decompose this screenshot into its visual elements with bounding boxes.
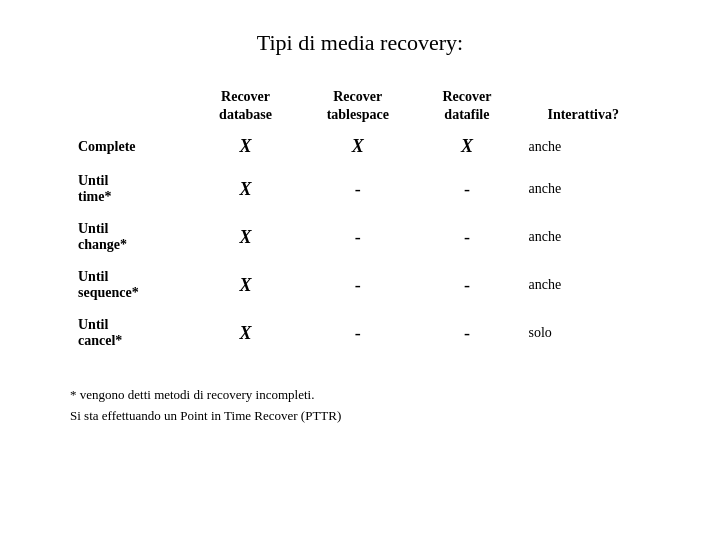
cell-recover_df: - bbox=[417, 309, 516, 357]
cell-recover_ts: X bbox=[298, 128, 417, 165]
table-row: Until sequence*X--anche bbox=[70, 261, 650, 309]
col-header-recover-db: Recover database bbox=[193, 84, 298, 128]
table-row: Until change*X--anche bbox=[70, 213, 650, 261]
row-label: Until sequence* bbox=[70, 261, 193, 309]
cell-recover_df: - bbox=[417, 261, 516, 309]
cell-recover_ts: - bbox=[298, 309, 417, 357]
recovery-table: Recover database Recover tablespace Reco… bbox=[70, 84, 650, 357]
col-header-recover-ts: Recover tablespace bbox=[298, 84, 417, 128]
cell-recover_df: - bbox=[417, 213, 516, 261]
page-title: Tipi di media recovery: bbox=[257, 30, 463, 56]
cell-interattiva: anche bbox=[516, 261, 650, 309]
cell-recover_db: X bbox=[193, 165, 298, 213]
row-label: Until time* bbox=[70, 165, 193, 213]
table-row: Until cancel*X--solo bbox=[70, 309, 650, 357]
cell-interattiva: anche bbox=[516, 213, 650, 261]
cell-recover_df: X bbox=[417, 128, 516, 165]
cell-interattiva: anche bbox=[516, 128, 650, 165]
table-container: Recover database Recover tablespace Reco… bbox=[70, 84, 650, 357]
row-label: Until change* bbox=[70, 213, 193, 261]
table-row: CompleteXXXanche bbox=[70, 128, 650, 165]
footnote-line1: * vengono detti metodi di recovery incom… bbox=[70, 385, 650, 406]
cell-interattiva: anche bbox=[516, 165, 650, 213]
row-label: Until cancel* bbox=[70, 309, 193, 357]
col-header-interattiva: Interattiva? bbox=[516, 84, 650, 128]
cell-recover_ts: - bbox=[298, 213, 417, 261]
row-label: Complete bbox=[70, 128, 193, 165]
cell-recover_db: X bbox=[193, 128, 298, 165]
col-header-0 bbox=[70, 84, 193, 128]
footnote-line2: Si sta effettuando un Point in Time Reco… bbox=[70, 406, 650, 427]
footnote: * vengono detti metodi di recovery incom… bbox=[70, 385, 650, 427]
cell-recover_db: X bbox=[193, 261, 298, 309]
table-row: Until time*X--anche bbox=[70, 165, 650, 213]
cell-interattiva: solo bbox=[516, 309, 650, 357]
cell-recover_db: X bbox=[193, 309, 298, 357]
cell-recover_db: X bbox=[193, 213, 298, 261]
cell-recover_ts: - bbox=[298, 165, 417, 213]
cell-recover_ts: - bbox=[298, 261, 417, 309]
cell-recover_df: - bbox=[417, 165, 516, 213]
col-header-recover-df: Recover datafile bbox=[417, 84, 516, 128]
